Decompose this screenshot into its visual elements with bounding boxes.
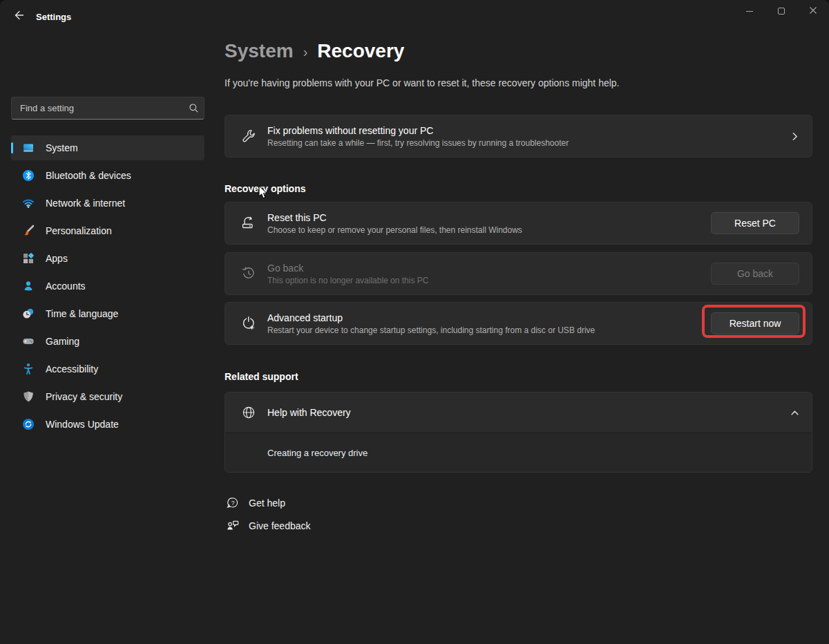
- back-button[interactable]: [10, 8, 29, 25]
- history-icon: [240, 265, 257, 282]
- maximize-icon: [778, 8, 785, 15]
- sidebar-item-label: Network & internet: [46, 198, 125, 209]
- chevron-right-icon: [790, 131, 799, 142]
- time-language-icon: [22, 307, 35, 320]
- search-input[interactable]: [12, 103, 183, 113]
- sidebar-item-gaming[interactable]: Gaming: [11, 329, 204, 354]
- close-button[interactable]: [797, 0, 829, 22]
- section-recovery-options: Recovery options: [225, 183, 305, 194]
- window-controls: [734, 0, 829, 22]
- get-help-link[interactable]: ? Get help: [226, 493, 285, 513]
- sidebar-item-label: Apps: [46, 253, 68, 264]
- sidebar-item-label: Privacy & security: [46, 391, 122, 402]
- sidebar-item-network-internet[interactable]: Network & internet: [11, 191, 204, 216]
- sidebar-item-label: Gaming: [46, 336, 79, 347]
- search-icon[interactable]: [183, 103, 204, 113]
- search-box: [11, 97, 204, 120]
- reset-this-pc-subtitle: Choose to keep or remove your personal f…: [267, 225, 711, 235]
- advanced-startup-icon: [240, 315, 257, 332]
- page-title: Recovery: [317, 40, 404, 62]
- sidebar-item-label: Time & language: [46, 308, 118, 319]
- give-feedback-link[interactable]: Give feedback: [226, 516, 311, 536]
- help-with-recovery-expander: Help with Recovery Creating a recovery d…: [225, 392, 812, 473]
- main-content: System › Recovery If you're having probl…: [225, 33, 812, 644]
- reset-this-pc-card: Reset this PC Choose to keep or remove y…: [225, 202, 812, 245]
- sidebar-item-time-language[interactable]: Time & language: [11, 301, 204, 326]
- wrench-icon: [240, 128, 257, 144]
- sidebar-item-accessibility[interactable]: Accessibility: [11, 357, 204, 381]
- reset-pc-icon: [240, 215, 257, 231]
- fix-problems-card[interactable]: Fix problems without resetting your PC R…: [225, 115, 812, 158]
- globe-icon: [240, 404, 257, 421]
- maximize-button[interactable]: [765, 0, 797, 22]
- chevron-up-icon[interactable]: [790, 408, 799, 417]
- apps-icon: [22, 252, 35, 265]
- get-help-label: Get help: [249, 498, 285, 509]
- sidebar-item-label: Personalization: [46, 225, 112, 236]
- sidebar-item-accounts[interactable]: Accounts: [11, 274, 204, 299]
- give-feedback-icon: [226, 519, 240, 533]
- sidebar: System Bluetooth & devices: [0, 33, 216, 644]
- get-help-icon: ?: [226, 496, 240, 510]
- back-arrow-icon: [14, 10, 25, 23]
- help-with-recovery-header[interactable]: Help with Recovery: [225, 392, 812, 433]
- creating-recovery-drive-link[interactable]: Creating a recovery drive: [267, 448, 368, 458]
- go-back-title: Go back: [267, 263, 711, 274]
- system-icon: [22, 142, 35, 154]
- selection-indicator: [11, 142, 13, 153]
- go-back-subtitle: This option is no longer available on th…: [267, 276, 711, 285]
- section-related-support: Related support: [225, 371, 298, 382]
- help-with-recovery-title: Help with Recovery: [267, 407, 790, 418]
- titlebar: Settings: [0, 0, 829, 33]
- sidebar-item-label: Accounts: [46, 281, 86, 292]
- sidebar-item-label: System: [46, 142, 78, 153]
- give-feedback-label: Give feedback: [249, 520, 311, 531]
- sidebar-nav: System Bluetooth & devices: [11, 135, 204, 439]
- sidebar-item-system[interactable]: System: [11, 135, 204, 160]
- sidebar-item-personalization[interactable]: Personalization: [11, 218, 204, 243]
- gaming-icon: [22, 335, 35, 348]
- fix-problems-title: Fix problems without resetting your PC: [267, 125, 790, 136]
- bluetooth-icon: [22, 169, 35, 182]
- settings-window: Settings: [0, 0, 829, 644]
- go-back-card: Go back This option is no longer availab…: [225, 252, 812, 295]
- breadcrumb: System › Recovery: [225, 40, 404, 62]
- network-icon: [22, 197, 35, 209]
- svg-text:?: ?: [231, 500, 235, 506]
- sidebar-item-privacy-security[interactable]: Privacy & security: [11, 384, 204, 409]
- close-icon: [809, 5, 817, 17]
- privacy-icon: [22, 390, 35, 403]
- reset-pc-button[interactable]: Reset PC: [711, 212, 799, 234]
- go-back-button: Go back: [711, 263, 799, 285]
- breadcrumb-system[interactable]: System: [225, 40, 294, 62]
- breadcrumb-separator-icon: ›: [303, 44, 308, 60]
- sidebar-item-bluetooth-devices[interactable]: Bluetooth & devices: [11, 163, 204, 188]
- reset-this-pc-title: Reset this PC: [267, 212, 711, 223]
- restart-now-button[interactable]: Restart now: [711, 312, 799, 334]
- help-with-recovery-body: Creating a recovery drive: [225, 433, 812, 472]
- minimize-icon: [746, 11, 753, 12]
- accessibility-icon: [22, 363, 35, 375]
- personalization-icon: [22, 225, 35, 237]
- page-subtitle: If you're having problems with your PC o…: [225, 77, 620, 88]
- sidebar-item-label: Windows Update: [46, 419, 119, 430]
- sidebar-item-label: Bluetooth & devices: [46, 170, 131, 181]
- fix-problems-subtitle: Resetting can take a while — first, try …: [267, 138, 790, 148]
- advanced-startup-card: Advanced startup Restart your device to …: [225, 302, 812, 345]
- sidebar-item-apps[interactable]: Apps: [11, 246, 204, 271]
- windows-update-icon: [22, 418, 35, 430]
- sidebar-item-windows-update[interactable]: Windows Update: [11, 412, 204, 437]
- advanced-startup-title: Advanced startup: [267, 312, 711, 323]
- app-title: Settings: [36, 12, 71, 22]
- sidebar-item-label: Accessibility: [46, 363, 98, 375]
- minimize-button[interactable]: [734, 0, 765, 22]
- advanced-startup-subtitle: Restart your device to change startup se…: [267, 325, 711, 335]
- accounts-icon: [22, 280, 35, 292]
